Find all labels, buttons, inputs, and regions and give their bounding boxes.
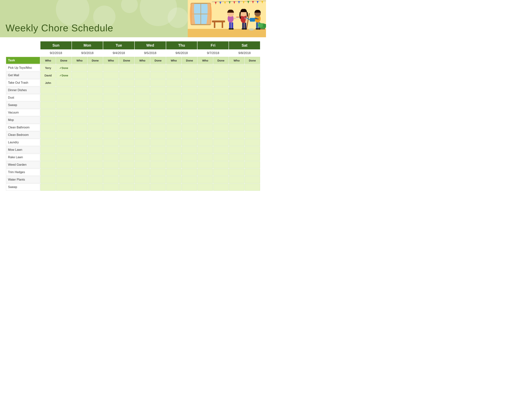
fri-done-cell[interactable] (213, 161, 228, 168)
wed-who-cell[interactable] (135, 131, 150, 138)
mon-done-cell[interactable] (87, 102, 103, 109)
tue-who-cell[interactable] (103, 94, 118, 101)
tue-done-cell[interactable] (119, 87, 134, 94)
wed-who-cell[interactable] (135, 87, 150, 94)
fri-done-cell[interactable] (213, 102, 228, 109)
fri-who-cell[interactable] (198, 79, 213, 86)
sun-who-cell[interactable] (40, 161, 56, 168)
sat-who-cell[interactable] (229, 102, 244, 109)
fri-who-cell[interactable] (198, 117, 213, 124)
sun-done-cell[interactable] (56, 79, 71, 86)
sun-who-cell[interactable] (40, 109, 56, 116)
sat-who-cell[interactable] (229, 169, 244, 176)
sat-who-cell[interactable] (229, 139, 244, 146)
thu-done-cell[interactable] (182, 72, 197, 79)
sun-who-cell[interactable] (40, 139, 56, 146)
thu-who-cell[interactable] (166, 124, 181, 131)
sat-done-cell[interactable] (245, 117, 260, 124)
tue-done-cell[interactable] (119, 117, 134, 124)
thu-done-cell[interactable] (182, 124, 197, 131)
thu-done-cell[interactable] (182, 139, 197, 146)
sun-done-cell[interactable] (56, 146, 71, 153)
thu-done-cell[interactable] (182, 131, 197, 138)
fri-done-cell[interactable] (213, 176, 228, 183)
wed-done-cell[interactable] (150, 124, 166, 131)
fri-done-cell[interactable] (213, 109, 228, 116)
wed-done-cell[interactable] (150, 146, 166, 153)
wed-who-cell[interactable] (135, 102, 150, 109)
sat-who-cell[interactable] (229, 87, 244, 94)
mon-who-cell[interactable] (72, 161, 87, 168)
thu-done-cell[interactable] (182, 94, 197, 101)
sun-done-cell[interactable] (56, 102, 71, 109)
fri-who-cell[interactable] (198, 146, 213, 153)
tue-who-cell[interactable] (103, 131, 118, 138)
sun-done-cell[interactable] (56, 154, 71, 161)
sun-done-cell[interactable] (56, 117, 71, 124)
sat-who-cell[interactable] (229, 176, 244, 183)
thu-done-cell[interactable] (182, 64, 197, 71)
thu-done-cell[interactable] (182, 184, 197, 191)
thu-done-cell[interactable] (182, 176, 197, 183)
sat-who-cell[interactable] (229, 124, 244, 131)
sun-who-cell[interactable] (40, 124, 56, 131)
thu-who-cell[interactable] (166, 94, 181, 101)
mon-done-cell[interactable] (87, 184, 103, 191)
sat-done-cell[interactable] (245, 109, 260, 116)
sun-done-cell[interactable]: ✓Done (56, 72, 71, 79)
sat-who-cell[interactable] (229, 131, 244, 138)
mon-done-cell[interactable] (87, 87, 103, 94)
sun-done-cell[interactable]: ✓Done (56, 64, 71, 71)
wed-who-cell[interactable] (135, 124, 150, 131)
wed-who-cell[interactable] (135, 94, 150, 101)
tue-done-cell[interactable] (119, 176, 134, 183)
tue-done-cell[interactable] (119, 146, 134, 153)
wed-who-cell[interactable] (135, 64, 150, 71)
wed-done-cell[interactable] (150, 184, 166, 191)
tue-who-cell[interactable] (103, 124, 118, 131)
mon-who-cell[interactable] (72, 169, 87, 176)
sat-who-cell[interactable] (229, 184, 244, 191)
mon-done-cell[interactable] (87, 154, 103, 161)
fri-who-cell[interactable] (198, 184, 213, 191)
wed-done-cell[interactable] (150, 169, 166, 176)
fri-who-cell[interactable] (198, 87, 213, 94)
fri-who-cell[interactable] (198, 161, 213, 168)
sun-who-cell[interactable] (40, 169, 56, 176)
fri-who-cell[interactable] (198, 139, 213, 146)
wed-who-cell[interactable] (135, 109, 150, 116)
sun-done-cell[interactable] (56, 176, 71, 183)
sun-who-cell[interactable]: David (40, 72, 56, 79)
sat-done-cell[interactable] (245, 94, 260, 101)
sun-who-cell[interactable]: Terry (40, 64, 56, 71)
mon-who-cell[interactable] (72, 184, 87, 191)
tue-who-cell[interactable] (103, 87, 118, 94)
fri-done-cell[interactable] (213, 139, 228, 146)
wed-who-cell[interactable] (135, 154, 150, 161)
thu-done-cell[interactable] (182, 102, 197, 109)
fri-done-cell[interactable] (213, 72, 228, 79)
sat-done-cell[interactable] (245, 131, 260, 138)
thu-who-cell[interactable] (166, 184, 181, 191)
mon-done-cell[interactable] (87, 117, 103, 124)
sat-who-cell[interactable] (229, 94, 244, 101)
fri-who-cell[interactable] (198, 64, 213, 71)
tue-who-cell[interactable] (103, 64, 118, 71)
thu-who-cell[interactable] (166, 109, 181, 116)
thu-done-cell[interactable] (182, 161, 197, 168)
sun-done-cell[interactable] (56, 139, 71, 146)
mon-who-cell[interactable] (72, 87, 87, 94)
tue-who-cell[interactable] (103, 139, 118, 146)
sat-done-cell[interactable] (245, 72, 260, 79)
thu-done-cell[interactable] (182, 117, 197, 124)
fri-who-cell[interactable] (198, 124, 213, 131)
sat-done-cell[interactable] (245, 184, 260, 191)
mon-done-cell[interactable] (87, 131, 103, 138)
tue-who-cell[interactable] (103, 169, 118, 176)
sun-done-cell[interactable] (56, 87, 71, 94)
sun-who-cell[interactable] (40, 87, 56, 94)
fri-who-cell[interactable] (198, 109, 213, 116)
mon-done-cell[interactable] (87, 64, 103, 71)
sun-done-cell[interactable] (56, 131, 71, 138)
thu-who-cell[interactable] (166, 79, 181, 86)
